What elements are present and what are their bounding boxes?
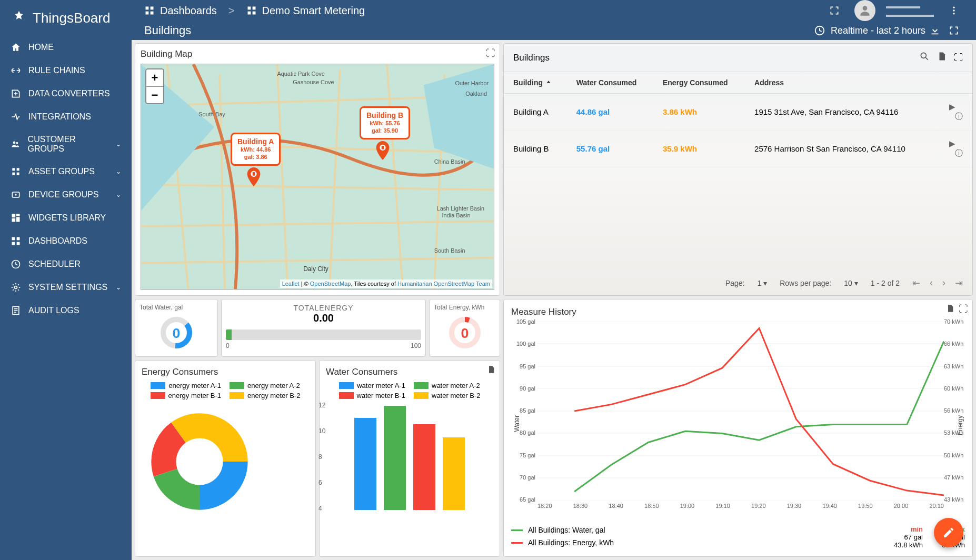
svg-point-28 [953,7,954,8]
svg-rect-20 [151,7,154,10]
svg-point-29 [953,9,954,11]
group-icon [11,139,21,149]
file-icon [946,304,954,313]
chevron-down-icon: ⌄ [116,141,121,148]
svg-rect-26 [252,12,255,15]
sidebar-item-system-settings[interactable]: SYSTEM SETTINGS ⌄ [0,276,132,299]
leaflet-link[interactable]: Leaflet [282,281,300,287]
widget-fullscreen-button[interactable]: ⛶ [486,48,495,59]
map-marker[interactable]: Building AkWh: 44.86gal: 3.86 [231,133,281,166]
sidebar-item-label: AUDIT LOGS [28,306,79,315]
svg-rect-8 [12,214,16,218]
sidebar-item-dashboards[interactable]: DASHBOARDS [0,229,132,253]
export-data-button[interactable] [946,304,954,316]
sidebar-item-audit-logs[interactable]: AUDIT LOGS [0,299,132,322]
fullscreen-dash-button[interactable] [944,21,963,40]
sidebar-item-device-groups[interactable]: DEVICE GROUPS ⌄ [0,183,132,206]
first-page-button[interactable]: ⇤ [912,277,920,289]
widget-title: Building Map [141,49,494,59]
svg-rect-11 [12,218,16,222]
svg-rect-9 [16,214,20,216]
sidebar-item-asset-groups[interactable]: ASSET GROUPS ⌄ [0,160,132,183]
svg-point-30 [953,13,954,14]
export-button[interactable] [925,21,944,40]
more-button[interactable] [944,1,963,20]
svg-rect-5 [17,173,19,175]
measure-history-widget: Measure History ⛶ Water Energy [503,299,973,557]
chevron-down-icon: ⌄ [116,284,121,291]
zoom-in-button[interactable]: + [146,69,163,86]
svg-point-27 [863,6,868,11]
widget-fullscreen-button[interactable]: ⛶ [954,53,963,63]
col-energy[interactable]: Energy Consumed [653,72,745,94]
row-play-button[interactable]: ▶ [949,139,955,148]
search-button[interactable] [919,51,930,64]
avatar[interactable] [854,0,875,21]
file-icon [937,51,947,62]
svg-rect-13 [17,237,20,241]
sidebar-item-integrations[interactable]: INTEGRATIONS [0,105,132,128]
edit-dashboard-fab[interactable] [934,518,963,547]
cell-address: 2576 Harrison St San Francisco, CA 94110 [745,131,930,167]
map[interactable]: Aquatic Park Cove South Bay Outer Harbor… [141,64,494,290]
water-consumers-widget: Water Consumers water meter A-1 water me… [319,360,500,557]
breadcrumb-current: Demo Smart Metering [262,5,365,17]
bar [443,437,465,510]
sidebar-item-data-converters[interactable]: DATA CONVERTERS [0,82,132,105]
last-page-button[interactable]: ⇥ [955,277,963,289]
sub-toolbar: Buildings Realtime - last 2 hours [132,21,976,40]
history-chart: 105 gal100 gal95 gal90 gal85 gal80 gal75… [537,322,944,501]
export-data-button[interactable] [937,51,947,64]
timewindow-button[interactable]: Realtime - last 2 hours [814,25,925,36]
rows-per-page-select[interactable]: 10 ▾ [844,279,858,287]
svg-rect-24 [252,7,255,10]
next-page-button[interactable]: › [942,277,945,289]
integ-icon [11,112,21,122]
col-water[interactable]: Water Consumed [567,72,653,94]
svg-point-17 [15,286,17,289]
table-row[interactable]: Building B 55.76 gal 35.9 kWh 2576 Harri… [504,131,972,167]
dash-icon [11,236,21,246]
prev-page-button[interactable]: ‹ [930,277,933,289]
export-data-button[interactable] [487,365,495,377]
page-select[interactable]: 1 ▾ [758,279,768,287]
sidebar-item-home[interactable]: HOME [0,36,132,59]
sidebar-item-rule-chains[interactable]: RULE CHAINS [0,59,132,82]
sidebar-item-label: HOME [28,43,54,52]
svg-text:0: 0 [461,325,469,341]
row-info-button[interactable]: ⓘ [955,112,963,121]
water-bar-chart: 1210864 [326,405,493,510]
clock-icon [11,259,21,269]
col-address[interactable]: Address [745,72,930,94]
map-roads: Aquatic Park Cove South Bay Outer Harbor… [141,64,494,289]
hot-link[interactable]: Humanitarian OpenStreetMap Team [397,281,490,287]
zoom-out-button[interactable]: − [146,86,163,103]
row-info-button[interactable]: ⓘ [955,148,963,157]
sidebar-item-label: DASHBOARDS [28,236,87,246]
osm-link[interactable]: OpenStreetMap [310,281,351,287]
fullscreen-button[interactable] [825,1,844,20]
audit-icon [11,305,21,316]
breadcrumb-root[interactable]: Dashboards [160,5,217,17]
svg-text:South Bay: South Bay [198,111,225,117]
bar [384,406,406,510]
water-gauge-icon: 0 [158,314,195,351]
building-map-widget: Building Map ⛶ Aquatic Park Cove South B… [135,43,500,296]
sidebar-item-scheduler[interactable]: SCHEDULER [0,253,132,276]
history-legend: All Buildings: Water, gal All Buildings:… [511,524,614,549]
sidebar-item-customer-groups[interactable]: CUSTOMER GROUPS ⌄ [0,128,132,160]
sidebar-item-widgets-library[interactable]: WIDGETS LIBRARY [0,206,132,229]
chevron-down-icon: ⌄ [116,191,121,198]
fullscreen-icon [829,5,840,16]
svg-point-7 [15,194,16,195]
file-icon [487,365,495,374]
widget-fullscreen-button[interactable]: ⛶ [959,304,968,316]
map-marker[interactable]: Building BkWh: 55.76gal: 35.90 [360,106,410,139]
row-play-button[interactable]: ▶ [949,102,955,111]
sidebar-item-label: DEVICE GROUPS [28,190,98,199]
col-building[interactable]: Building [504,72,567,94]
table-row[interactable]: Building A 44.86 gal 3.86 kWh 1915 31st … [504,94,972,131]
svg-rect-4 [12,173,15,175]
download-icon [929,25,941,36]
map-pin-icon [375,141,390,160]
